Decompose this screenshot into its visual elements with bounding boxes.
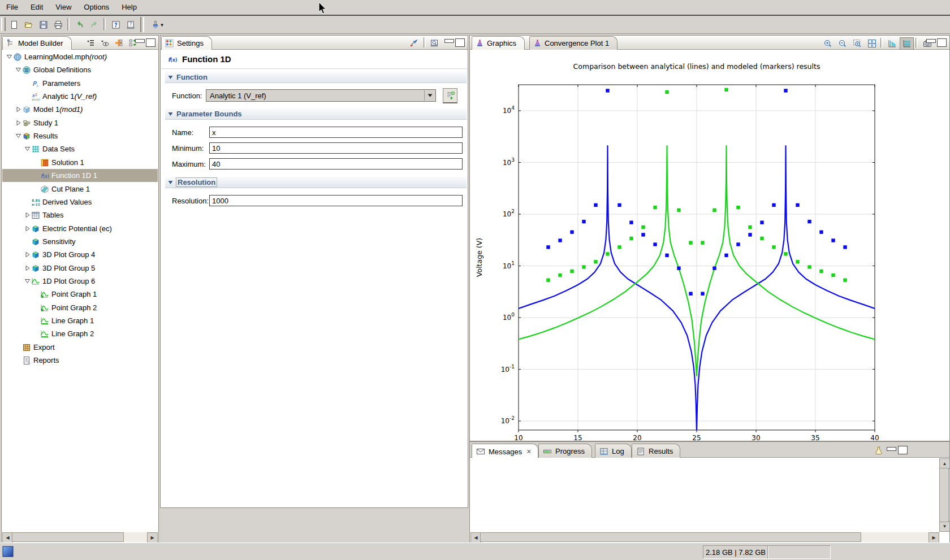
save-button[interactable] — [36, 18, 51, 32]
undo-button[interactable] — [72, 18, 87, 32]
tree-item-point-graph-2[interactable]: Point Graph 2 — [2, 301, 158, 314]
redo-button[interactable] — [87, 18, 102, 32]
scroll-down-icon[interactable]: ▼ — [939, 521, 950, 532]
tab-convergence-plot-1[interactable]: Convergence Plot 1 — [529, 36, 618, 50]
section-header-resolution[interactable]: Resolution — [165, 176, 467, 188]
tab-progress[interactable]: Progress — [538, 444, 592, 458]
tree-item-cut-plane-1[interactable]: Cut Plane 1 — [2, 183, 158, 196]
tree-item-sensitivity[interactable]: Sensitivity — [2, 235, 158, 248]
tree-item-3d-plot-group-4[interactable]: 3D Plot Group 4 — [2, 248, 158, 261]
print-button[interactable] — [51, 18, 66, 32]
resolution-field[interactable] — [209, 195, 463, 206]
tree-item-1d-plot-group-6[interactable]: 1D Plot Group 6 — [2, 275, 158, 288]
tree-item-solution-1[interactable]: Solution 1 — [2, 156, 158, 169]
tab-graphics[interactable]: Graphics — [472, 36, 525, 50]
tree-item-export[interactable]: Export — [2, 341, 158, 354]
menu-item-help[interactable]: Help — [115, 0, 143, 14]
tree-item-3d-plot-group-5[interactable]: 3D Plot Group 5 — [2, 262, 158, 275]
maximum-field[interactable] — [209, 158, 463, 170]
brush-button[interactable]: ▾ — [147, 18, 167, 32]
preview-icon[interactable] — [429, 38, 439, 47]
maximize-button[interactable] — [455, 38, 465, 47]
expanded-arrow-icon[interactable] — [15, 132, 22, 140]
new-file-button[interactable] — [7, 18, 21, 32]
menu-item-view[interactable]: View — [49, 0, 77, 14]
scroll-thumb[interactable] — [480, 532, 861, 542]
menu-item-edit[interactable]: Edit — [24, 0, 49, 14]
tree-item-learningmodel-mph[interactable]: LearningModel.mph (root) — [2, 50, 158, 63]
tree-item-electric-potential-ec-[interactable]: Electric Potential (ec) — [2, 222, 158, 235]
settings-tab[interactable]: Settings — [161, 36, 212, 50]
chevron-down-icon[interactable] — [424, 90, 435, 101]
scroll-thumb[interactable] — [939, 468, 949, 522]
tree-item-line-graph-1[interactable]: Line Graph 1 — [2, 314, 158, 327]
section-header-function[interactable]: Function — [165, 71, 467, 83]
scroll-right-icon[interactable]: ▶ — [929, 532, 939, 543]
zoom-extents-button[interactable] — [865, 37, 879, 50]
collapsed-arrow-icon[interactable] — [24, 225, 31, 232]
collapsed-arrow-icon[interactable] — [24, 251, 31, 258]
plot-brush-icon[interactable] — [409, 38, 419, 47]
tab-messages[interactable]: Messages× — [472, 444, 538, 459]
tree-item-line-graph-2[interactable]: Line Graph 2 — [2, 327, 158, 340]
tree-h-scrollbar[interactable]: ◀ ▶ — [2, 532, 158, 542]
tree-item-model-1[interactable]: Model 1 (mod1) — [2, 103, 158, 116]
tree-item-function-1d-1[interactable]: f(x)Function 1D 1 — [2, 169, 158, 182]
tab-log[interactable]: Log — [595, 444, 632, 458]
name-field[interactable] — [209, 127, 463, 138]
help-button[interactable]: ? — [109, 18, 123, 32]
scroll-right-icon[interactable]: ▶ — [147, 532, 158, 543]
minimize-button[interactable] — [135, 39, 145, 43]
messages-v-scrollbar[interactable]: ▲ ▼ — [939, 458, 949, 532]
tree-item-tables[interactable]: Tables — [2, 209, 158, 222]
help-doc-button[interactable]: ? — [123, 18, 138, 32]
section-header-parameter-bounds[interactable]: Parameter Bounds — [165, 108, 467, 120]
messages-h-scrollbar[interactable]: ◀ ▶ — [470, 532, 939, 542]
expanded-arrow-icon[interactable] — [24, 145, 31, 153]
close-icon[interactable]: × — [526, 447, 531, 456]
y-log-axis-button[interactable] — [885, 37, 899, 50]
collapsed-arrow-icon[interactable] — [15, 106, 22, 113]
open-button[interactable] — [21, 18, 36, 32]
tree-item-analytic-1[interactable]: x2sin(x)Analytic 1 (V_ref) — [2, 90, 158, 103]
scroll-thumb[interactable] — [12, 532, 124, 542]
tree-item-point-graph-1[interactable]: Point Graph 1 — [2, 288, 158, 301]
tree-item-global-definitions[interactable]: Global Definitions — [2, 63, 158, 76]
maximize-button[interactable] — [937, 38, 947, 47]
show-hide-icon[interactable] — [100, 38, 110, 47]
collapsed-arrow-icon[interactable] — [24, 264, 31, 272]
minimum-field[interactable] — [209, 142, 463, 154]
collapsed-arrow-icon[interactable] — [24, 211, 31, 219]
flask-icon[interactable] — [874, 445, 884, 455]
minimize-button[interactable] — [887, 447, 896, 451]
plot-canvas[interactable]: Comparison between analytical (lines) an… — [470, 50, 949, 440]
zoom-out-button[interactable] — [835, 37, 849, 50]
tree-item-parameters[interactable]: PiParameters — [2, 77, 158, 90]
maximize-button[interactable] — [146, 38, 156, 47]
tree-item-study-1[interactable]: Study 1 — [2, 116, 158, 129]
tree-item-data-sets[interactable]: Data Sets — [2, 142, 158, 155]
create-plot-button[interactable] — [443, 88, 457, 103]
zoom-box-button[interactable] — [850, 37, 864, 50]
expanded-arrow-icon[interactable] — [6, 53, 13, 60]
tree-item-derived-values[interactable]: 8.85e-12Derived Values — [2, 196, 158, 209]
minimize-button[interactable] — [926, 39, 936, 43]
expand-tree-icon[interactable] — [114, 38, 124, 47]
tree-item-results[interactable]: Results — [2, 129, 158, 142]
minimize-button[interactable] — [444, 39, 454, 43]
dropdown-arrow-icon[interactable]: ▾ — [161, 22, 163, 28]
expanded-arrow-icon[interactable] — [24, 277, 31, 285]
zoom-in-button[interactable] — [821, 37, 835, 50]
function-select[interactable]: Analytic 1 (V_ref) — [206, 89, 436, 102]
collapsed-arrow-icon[interactable] — [15, 119, 22, 127]
expanded-arrow-icon[interactable] — [15, 66, 22, 73]
model-builder-tab[interactable]: Model Builder — [2, 36, 72, 50]
toolbar-grip[interactable] — [1, 18, 6, 31]
maximize-button[interactable] — [898, 446, 908, 454]
collapse-all-icon[interactable] — [85, 38, 96, 47]
menu-item-options[interactable]: Options — [77, 0, 115, 14]
tree-item-reports[interactable]: Reports — [2, 354, 158, 367]
menu-item-file[interactable]: File — [0, 0, 24, 14]
tab-results[interactable]: Results — [632, 444, 680, 458]
grid-toggle-button[interactable] — [900, 37, 914, 50]
